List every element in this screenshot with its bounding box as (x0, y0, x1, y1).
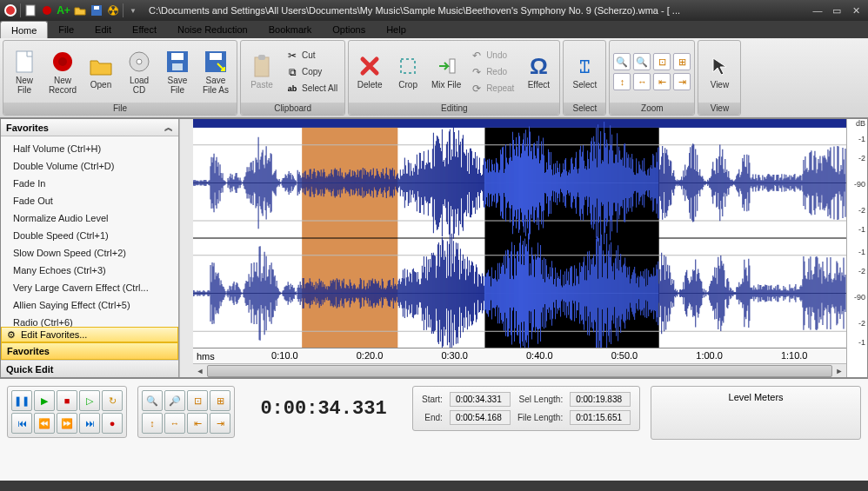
zoom-in-icon[interactable]: 🔍 (613, 53, 631, 70)
record-button[interactable]: ● (102, 413, 123, 434)
list-item[interactable]: Many Echoes (Ctrl+3) (1, 262, 178, 279)
level-meters: Level Meters (651, 386, 861, 440)
plus-icon[interactable]: A+ (57, 3, 70, 17)
close-button[interactable]: ✕ (847, 3, 865, 17)
zoom-v-in-button[interactable]: ↕ (142, 413, 163, 434)
window-title: C:\Documents and Settings\All Users\Docu… (149, 5, 809, 16)
zoom-right-icon[interactable]: ⇥ (673, 73, 691, 90)
horizontal-scrollbar[interactable]: ◄ ► (193, 363, 846, 377)
sel-length-value[interactable]: 0:00:19.838 (570, 392, 631, 407)
open-icon[interactable] (73, 3, 87, 17)
cut-button[interactable]: ✂Cut (283, 48, 341, 63)
list-item[interactable]: Allien Saying Effect (Ctrl+5) (1, 296, 178, 314)
zoom-sel-icon[interactable]: ⊞ (673, 53, 691, 70)
sidebar-scrollbar[interactable] (179, 119, 193, 377)
load-cd-button[interactable]: Load CD (122, 48, 157, 96)
sidebar-header[interactable]: Favorites︽ (1, 119, 178, 136)
db-label: -90 (854, 180, 865, 189)
time-tick: 0:10.0 (271, 350, 298, 361)
new-file-button[interactable]: New File (7, 48, 42, 96)
scrollbar-thumb[interactable] (207, 365, 832, 377)
save-file-as-button[interactable]: Save File As (198, 48, 233, 96)
edit-favorites-button[interactable]: ⚙Edit Favorites... (1, 327, 178, 342)
go-start-button[interactable]: ⏮ (11, 413, 32, 434)
loop-button[interactable]: ↻ (102, 390, 123, 411)
time-ruler[interactable]: hms 0:10.0 0:20.0 0:30.0 0:40.0 0:50.0 1… (193, 348, 846, 363)
waveform-area[interactable]: hms 0:10.0 0:20.0 0:30.0 0:40.0 0:50.0 1… (193, 119, 846, 377)
tab-file[interactable]: File (48, 21, 84, 38)
rewind-button[interactable]: ⏪ (34, 413, 55, 434)
view-button[interactable]: View (702, 52, 737, 91)
record-red-icon[interactable] (40, 3, 54, 17)
tab-help[interactable]: Help (376, 21, 417, 38)
tab-options[interactable]: Options (322, 21, 376, 38)
tab-effect[interactable]: Effect (122, 21, 167, 38)
zoom-selection-button[interactable]: ⊞ (210, 390, 230, 411)
maximize-button[interactable]: ▭ (828, 3, 845, 17)
list-item[interactable]: Slow Down Speed (Ctrl+2) (1, 244, 178, 262)
redo-button[interactable]: ↷Redo (467, 64, 517, 80)
zoom-fit-icon[interactable]: ⊡ (653, 53, 671, 70)
time-tick: 0:20.0 (357, 350, 384, 361)
new-file-icon[interactable] (23, 3, 37, 17)
forward-button[interactable]: ⏩ (57, 413, 77, 434)
paste-button[interactable]: Paste (244, 52, 279, 91)
list-item[interactable]: Double Speed (Ctrl+1) (1, 227, 178, 244)
list-item[interactable]: Very Large Cavern Effect (Ctrl... (1, 279, 178, 296)
play-button[interactable]: ▶ (34, 390, 55, 411)
go-end-button[interactable]: ⏭ (79, 413, 100, 434)
minimize-button[interactable]: — (809, 3, 826, 17)
zoom-left-button[interactable]: ⇤ (187, 413, 208, 434)
sidebar-tab-quickedit[interactable]: Quick Edit (1, 360, 178, 377)
zoom-out-icon[interactable]: 🔍 (633, 53, 651, 70)
end-value[interactable]: 0:00:54.168 (450, 410, 511, 425)
list-item[interactable]: Radio (Ctrl+6) (1, 314, 178, 327)
select-button[interactable]: ꞮSelect (567, 52, 602, 91)
list-item[interactable]: Normalize Audio Level (1, 209, 178, 227)
list-item[interactable]: Fade Out (1, 192, 178, 209)
effect-button[interactable]: ΩEffect (521, 52, 556, 91)
zoom-v-out-icon[interactable]: ↔ (633, 73, 651, 90)
list-item[interactable]: Double Volume (Ctrl+D) (1, 157, 178, 175)
qat-dropdown-icon[interactable]: ▼ (126, 3, 140, 17)
play-selection-button[interactable]: ▷ (79, 390, 100, 411)
waveform-display[interactable] (193, 119, 846, 348)
zoom-out-button[interactable]: 🔎 (164, 390, 185, 411)
copy-button[interactable]: ⧉Copy (283, 64, 341, 80)
db-label: -1 (858, 338, 865, 347)
list-item[interactable]: Fade In (1, 175, 178, 192)
titlebar: A+ ☢ ▼ C:\Documents and Settings\All Use… (0, 0, 868, 21)
save-icon[interactable] (90, 3, 103, 17)
undo-button[interactable]: ↶Undo (467, 48, 517, 63)
select-all-button[interactable]: abSelect All (283, 81, 341, 96)
delete-button[interactable]: Delete (352, 52, 387, 91)
start-value[interactable]: 0:00:34.331 (450, 392, 511, 407)
scroll-right-icon[interactable]: ► (832, 364, 846, 378)
zoom-in-button[interactable]: 🔍 (142, 390, 163, 411)
mix-file-button[interactable]: Mix File (429, 52, 464, 91)
sidebar-header-label: Favorites (6, 123, 49, 133)
zoom-left-icon[interactable]: ⇤ (653, 73, 671, 90)
zoom-full-button[interactable]: ⊡ (187, 390, 208, 411)
hazard-icon[interactable]: ☢ (106, 3, 120, 17)
scroll-left-icon[interactable]: ◄ (193, 364, 207, 378)
group-file: New File New Record Open Load CD Save Fi… (3, 40, 237, 116)
new-record-button[interactable]: New Record (45, 48, 80, 96)
tab-noise-reduction[interactable]: Noise Reduction (167, 21, 258, 38)
save-file-button[interactable]: Save File (160, 48, 195, 96)
repeat-button[interactable]: ⟳Repeat (467, 81, 517, 96)
open-button[interactable]: Open (83, 52, 118, 91)
tab-edit[interactable]: Edit (84, 21, 122, 38)
pause-button[interactable]: ❚❚ (11, 390, 32, 411)
tab-bookmark[interactable]: Bookmark (258, 21, 323, 38)
stop-button[interactable]: ■ (57, 390, 77, 411)
tab-home[interactable]: Home (0, 21, 48, 38)
crop-button[interactable]: Crop (391, 52, 425, 91)
zoom-v-out-button[interactable]: ↔ (164, 413, 185, 434)
zoom-right-button[interactable]: ⇥ (210, 413, 230, 434)
svg-rect-14 (210, 53, 222, 60)
sidebar-tab-favorites[interactable]: Favorites (1, 342, 178, 360)
svg-rect-11 (171, 53, 184, 60)
zoom-v-in-icon[interactable]: ↕ (613, 73, 631, 90)
list-item[interactable]: Half Volume (Ctrl+H) (1, 140, 178, 157)
